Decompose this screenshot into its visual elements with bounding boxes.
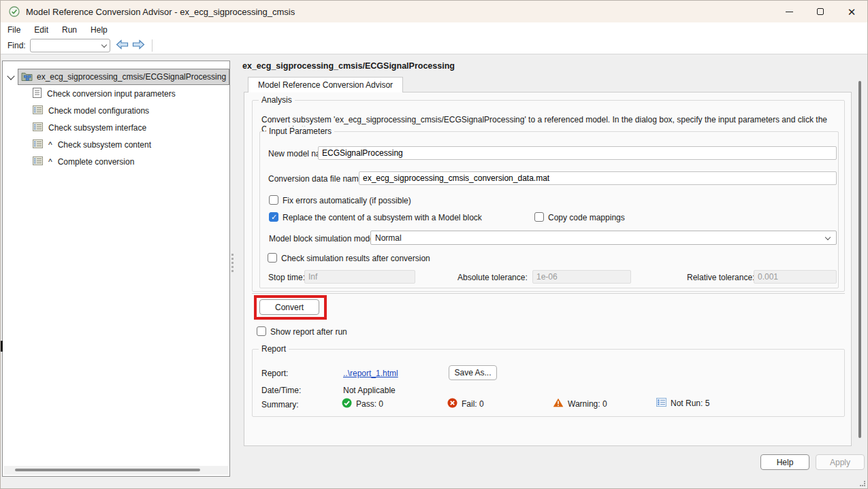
replace-content-checkbox[interactable]	[269, 212, 278, 222]
sim-mode-value: Normal	[375, 233, 402, 243]
save-as-button[interactable]: Save As...	[449, 365, 497, 380]
model-reference-icon	[21, 71, 33, 83]
tree-item-label: Check conversion input parameters	[47, 89, 176, 99]
checklist-icon	[33, 105, 43, 116]
copy-code-mappings-checkbox[interactable]	[534, 212, 544, 222]
convert-button[interactable]: Convert	[259, 299, 319, 315]
summary-fail: Fail: 0	[447, 398, 484, 410]
report-link[interactable]: ..\report_1.html	[343, 369, 398, 378]
find-combobox[interactable]	[30, 39, 110, 52]
toolbar-separator	[152, 39, 152, 52]
document-icon	[33, 88, 42, 100]
pass-count: Pass: 0	[356, 399, 383, 409]
fail-count: Fail: 0	[462, 399, 484, 409]
not-run-count: Not Run: 5	[671, 399, 709, 408]
menu-file[interactable]: File	[1, 25, 27, 35]
fix-errors-checkbox[interactable]	[269, 195, 278, 205]
help-button[interactable]: Help	[760, 454, 809, 470]
abs-tolerance-label: Absolute tolerance:	[457, 273, 528, 282]
input-parameters-legend: Input Parameters	[266, 127, 334, 136]
stop-time-field[interactable]	[304, 270, 415, 284]
summary-label: Summary:	[261, 400, 299, 409]
datetime-value: Not Applicable	[343, 386, 396, 395]
pass-icon	[342, 398, 352, 410]
show-report-label: Show report after run	[270, 327, 347, 337]
tree-item-label: Check model configurations	[48, 106, 149, 116]
section-divider	[252, 293, 845, 294]
tree-item-check-subsystem-interface[interactable]: Check subsystem interface	[33, 120, 146, 136]
tree-item-label: Check subsystem interface	[48, 123, 146, 133]
copy-code-mappings-label: Copy code mappings	[548, 213, 625, 222]
close-icon: ✕	[848, 7, 856, 17]
maximize-icon	[817, 8, 824, 15]
summary-not-run: Not Run: 5	[656, 398, 709, 409]
find-input[interactable]	[30, 39, 110, 52]
report-groupbox: Report Report: ..\report_1.html Save As.…	[252, 349, 845, 417]
not-run-icon	[656, 398, 666, 409]
tree-item-check-conversion-input-parameters[interactable]: Check conversion input parameters	[33, 86, 176, 102]
menu-bar: File Edit Run Help	[1, 22, 867, 37]
tree-item-check-model-configurations[interactable]: Check model configurations	[33, 103, 149, 119]
minimize-icon	[786, 12, 793, 12]
warning-count: Warning: 0	[568, 399, 607, 409]
analysis-legend: Analysis	[259, 95, 295, 105]
new-model-name-field[interactable]	[318, 146, 837, 160]
tree-item-label: Complete conversion	[58, 157, 135, 167]
tree-item-check-subsystem-content[interactable]: ^ Check subsystem content	[33, 137, 151, 153]
report-legend: Report	[259, 344, 289, 354]
menu-help[interactable]: Help	[84, 25, 114, 35]
maximize-button[interactable]	[805, 1, 836, 22]
abs-tolerance-field[interactable]	[532, 270, 631, 284]
tree-root-node[interactable]: ex_ecg_sigprocessing_cmsis/ECGSignalProc…	[18, 69, 229, 85]
conversion-data-file-label: Conversion data file name:	[268, 174, 366, 184]
scrollbar-thumb[interactable]	[15, 469, 200, 471]
tree-item-prefix: ^	[48, 157, 52, 167]
input-parameters-groupbox: Input Parameters New model name: Convers…	[259, 131, 839, 288]
find-toolbar: Find:	[1, 37, 867, 54]
page-title: ex_ecg_sigprocessing_cmsis/ECGSignalProc…	[242, 61, 455, 71]
find-previous-button[interactable]	[116, 39, 129, 52]
sim-mode-select[interactable]: Normal	[370, 231, 837, 245]
check-tree-panel: ex_ecg_sigprocessing_cmsis/ECGSignalProc…	[2, 61, 230, 477]
check-sim-results-label: Check simulation results after conversio…	[281, 254, 430, 263]
find-label: Find:	[7, 41, 26, 50]
conversion-data-file-field[interactable]	[359, 171, 837, 185]
apply-button[interactable]: Apply	[816, 454, 865, 470]
tree-item-prefix: ^	[48, 140, 52, 150]
report-label: Report:	[261, 369, 288, 378]
fail-icon	[447, 398, 457, 410]
analysis-groupbox: Analysis Convert subsystem 'ex_ecg_sigpr…	[252, 100, 845, 292]
tree-item-complete-conversion[interactable]: ^ Complete conversion	[33, 154, 134, 170]
tree-root-label: ex_ecg_sigprocessing_cmsis/ECGSignalProc…	[37, 72, 226, 82]
tree-expander-icon[interactable]	[7, 72, 14, 80]
chevron-down-icon	[825, 235, 831, 240]
show-report-checkbox[interactable]	[257, 326, 266, 336]
checklist-icon	[33, 139, 43, 150]
title-bar: Model Reference Conversion Advisor - ex_…	[1, 1, 867, 22]
tab-model-reference-conversion-advisor[interactable]: Model Reference Conversion Advisor	[248, 77, 403, 92]
rel-tolerance-field[interactable]	[754, 270, 837, 284]
sim-mode-label: Model block simulation mode:	[269, 234, 376, 243]
replace-content-label: Replace the content of a subsystem with …	[283, 213, 482, 222]
check-sim-results-checkbox[interactable]	[268, 253, 277, 263]
menu-run[interactable]: Run	[55, 25, 84, 35]
datetime-label: Date/Time:	[261, 386, 301, 395]
panel-splitter-handle[interactable]	[231, 254, 234, 272]
tree-horizontal-scrollbar[interactable]	[4, 466, 228, 475]
menu-edit[interactable]: Edit	[27, 25, 55, 35]
summary-warning: Warning: 0	[553, 398, 607, 409]
minimize-button[interactable]	[773, 1, 805, 22]
window-title: Model Reference Conversion Advisor - ex_…	[26, 7, 295, 17]
window-edge-mark	[1, 341, 3, 352]
advisor-content-panel: Analysis Convert subsystem 'ex_ecg_sigpr…	[244, 92, 852, 446]
checklist-icon	[33, 156, 43, 167]
stop-time-label: Stop time:	[268, 273, 305, 282]
warning-icon	[553, 398, 564, 409]
vertical-scrollbar-thumb[interactable]	[858, 81, 861, 438]
close-button[interactable]: ✕	[836, 1, 867, 22]
summary-pass: Pass: 0	[342, 398, 383, 410]
find-next-button[interactable]	[132, 39, 145, 52]
checklist-icon	[33, 122, 43, 133]
rel-tolerance-label: Relative tolerance:	[687, 273, 754, 282]
resize-grip[interactable]	[860, 481, 865, 486]
